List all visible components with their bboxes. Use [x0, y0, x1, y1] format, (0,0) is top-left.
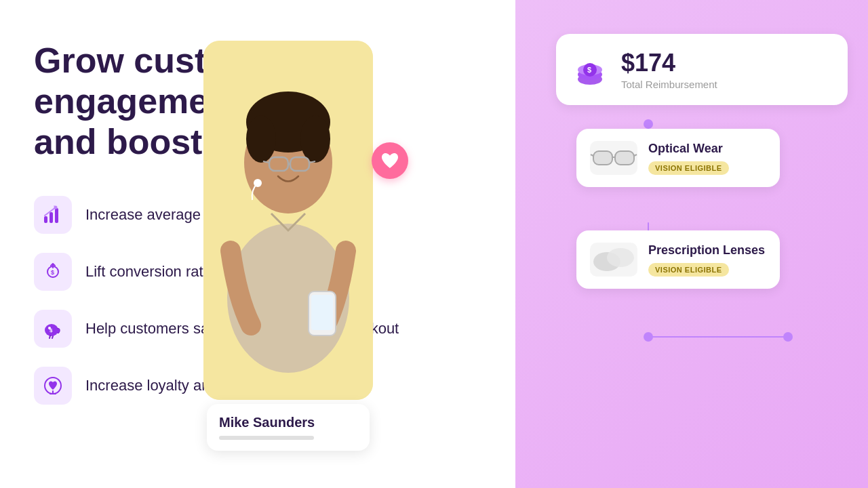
chart-icon [42, 204, 64, 226]
feature-icon-box-1 [34, 196, 72, 234]
reimbursement-info: $174 Total Reimbursement [621, 49, 717, 90]
optical-wear-badge: VISION ELIGIBLE [648, 161, 729, 175]
feature-icon-box-4 [34, 367, 72, 405]
connector-dot-1 [644, 119, 653, 129]
reimbursement-amount: $174 [621, 49, 717, 77]
conversion-icon: $ [42, 261, 64, 283]
lenses-icon [590, 243, 637, 277]
glasses-icon-box [590, 141, 637, 175]
person-card [203, 41, 373, 400]
prescription-lenses-info: Prescription Lenses VISION ELIGIBLE [648, 243, 765, 277]
person-name: Mike Saunders [219, 415, 357, 430]
svg-rect-30 [615, 151, 634, 165]
heart-badge [372, 142, 408, 179]
person-illustration [203, 41, 373, 400]
info-card-progress-bar [219, 436, 314, 440]
svg-point-14 [246, 115, 276, 163]
reimbursement-card: $ $174 Total Reimbursement [556, 34, 848, 105]
loyalty-icon [42, 375, 64, 396]
svg-rect-0 [44, 216, 47, 223]
feature-icon-box-2: $ [34, 253, 72, 291]
prescription-lenses-card: Prescription Lenses VISION ELIGIBLE [576, 230, 780, 289]
piggy-icon: $ [42, 318, 64, 340]
connector-line-h [648, 336, 787, 338]
svg-rect-2 [55, 208, 58, 223]
lenses-icon-box [590, 243, 637, 277]
coins-icon: $ [572, 52, 608, 87]
connector-dot-3 [783, 332, 793, 342]
optical-wear-card: Optical Wear VISION ELIGIBLE [576, 129, 780, 187]
optical-wear-name: Optical Wear [648, 142, 729, 156]
prescription-lenses-badge: VISION ELIGIBLE [648, 263, 729, 277]
prescription-lenses-name: Prescription Lenses [648, 243, 765, 258]
svg-text:$: $ [51, 269, 54, 276]
reimbursement-label: Total Reimbursement [621, 79, 717, 90]
optical-wear-info: Optical Wear VISION ELIGIBLE [648, 142, 729, 175]
heart-icon [380, 152, 399, 169]
feature-icon-box-3: $ [34, 310, 72, 348]
right-panel: $ $174 Total Reimbursement Optical Wear … [515, 0, 868, 488]
svg-text:$: $ [50, 327, 53, 333]
svg-rect-29 [593, 151, 612, 165]
glasses-icon [590, 141, 637, 175]
svg-rect-22 [311, 295, 333, 330]
left-panel: Grow customer engagement and boost sales… [0, 0, 515, 488]
svg-point-15 [300, 115, 330, 163]
svg-text:$: $ [587, 66, 591, 74]
svg-rect-1 [50, 212, 53, 223]
svg-point-35 [607, 248, 634, 267]
person-info-card: Mike Saunders [207, 404, 370, 451]
